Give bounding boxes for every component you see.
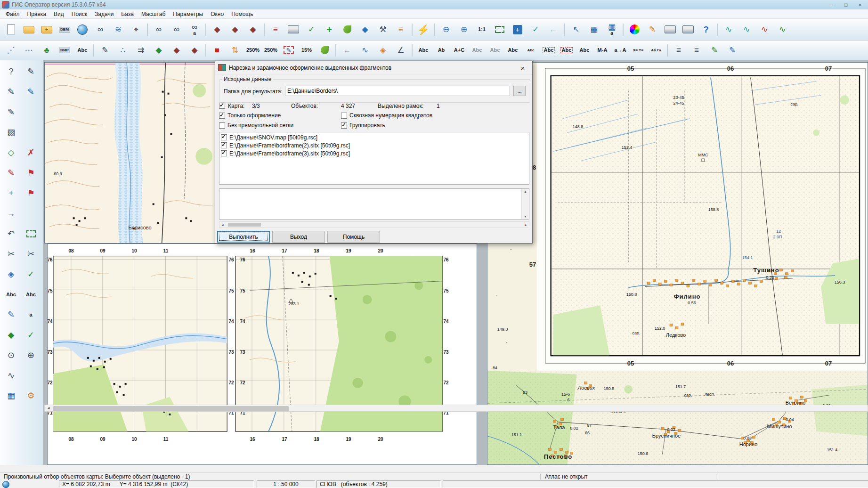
red-pencil-icon[interactable]: ✎ [2, 163, 21, 182]
select-diamond-icon[interactable]: ◆ [209, 21, 226, 38]
print-map-icon[interactable] [285, 21, 302, 38]
zoom-15-icon[interactable]: 15% [298, 42, 315, 59]
zoom-250-icon[interactable]: 250% [244, 42, 261, 59]
zoom-in-icon[interactable]: ⊕ [455, 21, 472, 38]
print-setup-icon[interactable] [680, 21, 697, 38]
text-abc-icon[interactable]: Abc [2, 285, 21, 304]
letter-a-icon[interactable]: a [22, 305, 41, 324]
apply-view-icon[interactable]: ✓ [527, 21, 544, 38]
eraser-icon[interactable]: ▨ [2, 123, 21, 142]
spline-icon[interactable]: ∿ [2, 366, 21, 385]
text-a-arrow-icon[interactable]: a→А [612, 42, 629, 59]
file-list-item[interactable]: E:\Данные\Frame\bordframe(3).sitx [50t09… [219, 149, 529, 157]
text-abc-frame-icon[interactable]: Abc [540, 42, 557, 59]
scroll-down-arrow[interactable]: ▼ [524, 214, 527, 219]
menu-item[interactable]: Окно [207, 10, 227, 18]
edit-selected-icon[interactable]: ✎ [2, 103, 21, 122]
crosshair-icon[interactable]: ⌖ [128, 21, 145, 38]
file-checkbox[interactable] [221, 150, 227, 156]
palette-icon[interactable] [626, 21, 643, 38]
topo-map-canvas[interactable] [45, 63, 216, 243]
menu-item[interactable]: База [117, 10, 138, 18]
frames-map-canvas[interactable] [48, 244, 477, 464]
search-view-icon[interactable]: ∞ [92, 21, 109, 38]
sort-arrows-icon[interactable]: ⇅ [227, 42, 243, 59]
place-node-icon[interactable]: ⊕ [22, 346, 41, 365]
legend-icon[interactable]: ≡ [267, 21, 284, 38]
text-abc-dim-icon[interactable]: Abc [469, 42, 486, 59]
file-checkbox[interactable] [221, 142, 227, 148]
zoom-frame-icon[interactable] [491, 21, 508, 38]
query-object-icon[interactable]: ? [2, 62, 21, 81]
dialog-title-bar[interactable]: Нарезка и зарамочное оформление выделенн… [215, 61, 532, 74]
dialog-checkbox[interactable]: Без прямоугольной сетки [219, 122, 293, 129]
label-abc-icon[interactable]: Abc [74, 42, 91, 59]
menu-item[interactable]: Файл [2, 10, 24, 18]
map-horizontal-scrollbar[interactable]: ◄ [44, 405, 868, 412]
scroll-left-arrow[interactable]: ◄ [219, 223, 226, 227]
scroll-left-arrow[interactable]: ◄ [45, 405, 52, 411]
menu-item[interactable]: Масштаб [138, 10, 169, 18]
dialog-checkbox[interactable]: Сквозная нумерация квадратов [341, 112, 432, 119]
chart-teal2-icon[interactable]: ∿ [738, 21, 755, 38]
close-button[interactable]: × [853, 0, 867, 9]
green-diamond-icon[interactable]: ◆ [150, 42, 167, 59]
pencil-node-icon[interactable]: ✎ [97, 42, 114, 59]
angle-measure-icon[interactable]: ∠ [392, 42, 409, 59]
measure-pencil-icon[interactable]: ✎ [22, 62, 41, 81]
undo-shape-icon[interactable]: ↶ [2, 224, 21, 243]
find-object-icon[interactable]: ∞ [150, 21, 167, 38]
tree-structure-icon[interactable]: ♣ [38, 42, 55, 59]
text-abc-redframe-icon[interactable]: Abc [558, 42, 575, 59]
object-table-icon[interactable]: ▦ a [603, 21, 620, 38]
scroll-right-arrow[interactable]: ► [523, 223, 529, 227]
minimize-button[interactable]: ─ [825, 0, 839, 9]
file-list-item[interactable]: E:\Данные\SNOV.map [50t09g.rsc] [219, 133, 529, 141]
chart-red-icon[interactable]: ∿ [756, 21, 773, 38]
horizontal-scrollbar[interactable]: ◄ ► [219, 221, 529, 228]
delete-object-icon[interactable]: ✗ [22, 143, 41, 162]
menu-item[interactable]: Поиск [68, 10, 91, 18]
topology-icon[interactable]: ∴ [114, 42, 131, 59]
flag-point-icon[interactable]: ⚑ [22, 184, 41, 203]
zoom-out-icon[interactable]: ⊖ [438, 21, 454, 38]
confirm-icon[interactable]: ✓ [22, 325, 41, 344]
scroll-up-arrow[interactable]: ▲ [524, 189, 527, 194]
map-checkbox[interactable] [219, 103, 225, 109]
select-list-diamond-icon[interactable]: ◆ [244, 21, 261, 38]
cut-object-icon[interactable]: ✂ [2, 244, 21, 263]
dashed-line-icon[interactable] [22, 224, 41, 243]
title-bar[interactable]: ГИС Оператор версия 15.3.0.57 x64 ─ □ × [0, 0, 868, 9]
globe-icon[interactable] [74, 21, 91, 38]
text-xy-icon[interactable]: X= Y= [630, 42, 647, 59]
edit-pencil-icon[interactable]: ✎ [2, 82, 21, 101]
merge-objects-icon[interactable]: ◈ [2, 265, 21, 284]
file-checkbox[interactable] [221, 134, 227, 140]
text-m-a-icon[interactable]: М-А [594, 42, 611, 59]
text-abc-gray-icon[interactable]: Abc [487, 42, 503, 59]
text-abc-small-icon[interactable]: Abc [522, 42, 539, 59]
edit-nodes-icon[interactable]: ⋯ [20, 42, 37, 59]
dialog-checkbox[interactable]: Группировать [341, 122, 385, 129]
brown-diamond2-icon[interactable]: ◆ [186, 42, 203, 59]
draw-polyline-icon[interactable]: ⋰ [2, 42, 19, 59]
select-contour-icon[interactable]: ◇ [2, 143, 21, 162]
map-window-bottom[interactable]: 0809101116171819200809101116171819207675… [47, 244, 477, 465]
list-view-icon[interactable]: ≡ [670, 42, 687, 59]
new-map-icon[interactable] [2, 21, 19, 38]
brown-diamond-icon[interactable]: ◆ [168, 42, 185, 59]
menu-item[interactable]: Правка [24, 10, 50, 18]
inspect-icon[interactable]: ⊙ [2, 346, 21, 365]
move-object-icon[interactable]: + [2, 184, 21, 203]
layers-icon[interactable]: ≋ [110, 21, 127, 38]
list-view2-icon[interactable]: ≡ [688, 42, 705, 59]
context-help-icon[interactable]: ? [698, 21, 714, 38]
edit-frame-icon[interactable]: ✎ [280, 42, 297, 59]
dialog-close-button[interactable]: × [513, 61, 532, 74]
scale-1-1-icon[interactable]: 1:1 [473, 21, 490, 38]
vertical-scrollbar[interactable]: ▲ ▼ [521, 189, 529, 219]
grid-view-icon[interactable]: ▦ [2, 386, 21, 405]
object-attributes-icon[interactable]: ▦ [585, 21, 602, 38]
menu-item[interactable]: Вид [50, 10, 68, 18]
text-abc-serif-icon[interactable]: Abc [22, 285, 41, 304]
